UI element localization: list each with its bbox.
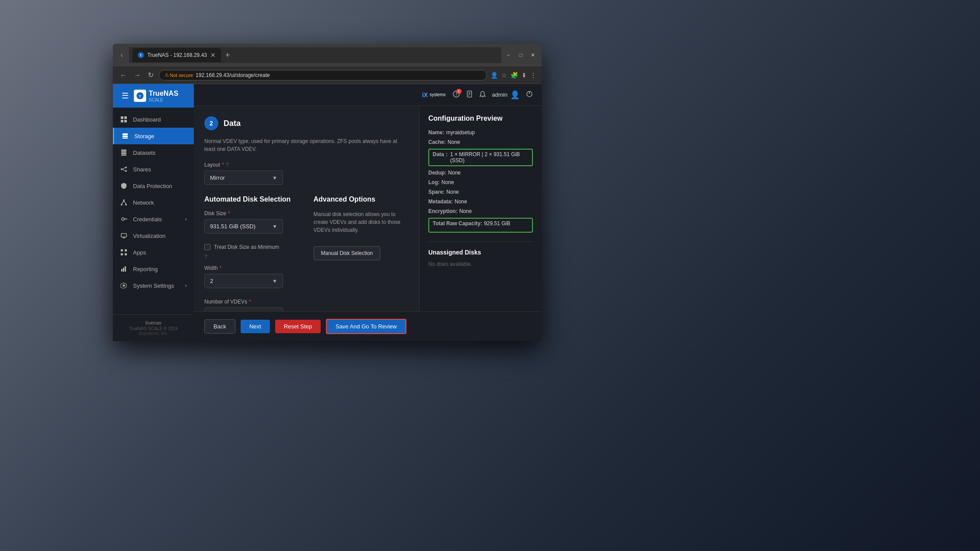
svg-rect-33 [125,253,127,255]
svg-rect-12 [121,155,126,156]
layout-required: * [222,162,224,168]
back-nav-button[interactable]: ← [118,70,129,80]
logo-scale: SCALE [149,98,178,102]
config-total-raw-row: Total Raw Capacity: 929.51 GiB [433,220,528,227]
apps-icon [120,248,128,256]
sidebar-item-datasets[interactable]: Datasets [113,144,194,161]
config-metadata-label: Metadata: [428,199,453,205]
shield-icon [120,182,128,190]
config-data-row: Data : 1 × MIRROR | 2 × 931.51 GiB (SSD) [433,151,528,164]
apps-label: Apps [133,249,146,256]
sidebar-item-data-protection[interactable]: Data Protection [113,178,194,194]
svg-point-13 [121,168,122,170]
advanced-section-title: Advanced Options [314,195,409,203]
next-button[interactable]: Next [241,320,270,333]
treat-disk-checkbox[interactable] [204,244,210,250]
back-button[interactable]: Back [204,319,235,334]
config-total-raw-highlighted: Total Raw Capacity: 929.51 GiB [428,218,533,233]
treat-disk-info-icon[interactable]: ? [204,254,300,260]
config-spare-row: Spare: None [428,189,533,195]
sidebar-item-virtualization[interactable]: Virtualization [113,227,194,244]
tasks-icon[interactable] [466,91,473,99]
reload-button[interactable]: ↻ [146,70,155,80]
sidebar-item-shares[interactable]: Shares [113,161,194,178]
config-spare-value: None [446,189,459,195]
width-select[interactable]: 2 ▼ [204,274,283,288]
profile-icon[interactable]: 👤 [490,72,498,79]
num-vdevs-select[interactable]: 1 ▼ [204,307,283,311]
config-metadata-row: Metadata: None [428,199,533,205]
browser-tab[interactable]: T TrueNAS - 192.168.29.43 ✕ [133,48,221,62]
config-encryption-row: Encryption: None [428,208,533,214]
notifications-icon[interactable] [479,91,486,99]
svg-rect-32 [121,253,123,255]
config-dedup-row: Dedup: None [428,170,533,176]
config-dedup-label: Dedup: [428,170,446,176]
menu-icon[interactable]: ⋮ [530,72,536,79]
sidebar-item-system-settings[interactable]: System Settings › [113,277,194,294]
reporting-icon [120,265,128,273]
hamburger-menu[interactable]: ☰ [120,89,130,102]
minimize-button[interactable]: − [505,52,512,59]
width-arrow: ▼ [272,278,277,284]
config-log-value: None [441,179,454,185]
svg-rect-11 [121,153,126,154]
star-icon[interactable]: ☆ [501,72,507,79]
footer-username: truenas [120,320,187,325]
reporting-label: Reporting [133,266,158,272]
logo-text: TrueNAS [149,90,178,98]
sidebar-item-storage[interactable]: Storage [113,128,194,144]
footer-version: TrueNAS SCALE ® 2024 [120,326,187,331]
svg-rect-6 [122,133,128,135]
svg-point-20 [125,204,127,206]
step-title: Data [224,119,241,128]
num-vdevs-label: Number of VDEVs * [204,299,300,305]
sidebar-item-apps[interactable]: Apps [113,244,194,261]
forward-nav-button[interactable]: → [132,70,143,80]
virtualization-label: Virtualization [133,233,165,239]
disk-size-select[interactable]: 931.51 GiB (SSD) ▼ [204,219,283,234]
new-tab-button[interactable]: + [223,51,233,60]
svg-rect-31 [125,249,127,251]
extensions-icon[interactable]: 🧩 [511,72,518,79]
config-name-label: Name: [428,129,444,136]
close-window-button[interactable]: ✕ [529,52,536,59]
config-dedup-value: None [448,170,461,176]
maximize-button[interactable]: □ [517,52,524,59]
svg-rect-5 [124,120,127,122]
sidebar-item-dashboard[interactable]: Dashboard [113,111,194,128]
svg-rect-2 [121,116,123,119]
power-icon[interactable] [526,91,533,99]
admin-user[interactable]: admin 👤 [492,90,520,100]
sidebar-item-credentials[interactable]: Credentials › [113,211,194,227]
disk-size-arrow: ▼ [272,223,277,230]
tab-close-button[interactable]: ✕ [210,52,216,59]
treat-disk-label: Treat Disk Size as Minimum [214,244,279,250]
svg-point-19 [121,204,122,206]
save-and-review-button[interactable]: Save And Go To Review [326,319,406,334]
manual-disk-button[interactable]: Manual Disk Selection [314,246,381,260]
layout-help-icon[interactable]: ? [226,162,229,168]
config-preview-panel: Configuration Preview Name: myraidsetup … [419,106,542,311]
layout-select[interactable]: Mirror ▼ [204,171,283,185]
disk-size-value: 931.51 GiB (SSD) [210,223,256,230]
unassigned-disks-empty: No disks available. [428,261,533,267]
dashboard-label: Dashboard [133,116,161,123]
advanced-desc: Manual disk selection allows you to crea… [314,210,409,234]
config-data-value: 1 × MIRROR | 2 × 931.51 GiB (SSD) [450,151,528,164]
svg-line-16 [122,167,125,169]
address-bar[interactable]: ⚠ Not secure 192.168.29.43/ui/storage/cr… [159,70,487,80]
config-cache-row: Cache: None [428,139,533,145]
config-preview-title: Configuration Preview [428,115,533,122]
admin-label: admin [492,91,508,98]
svg-rect-27 [121,234,126,237]
system-settings-label: System Settings [133,282,174,289]
reset-step-button[interactable]: Reset Step [275,320,321,333]
sidebar-item-reporting[interactable]: Reporting [113,261,194,277]
width-label: Width * [204,265,300,271]
step-indicator: 2 Data [204,116,409,130]
sidebar-item-network[interactable]: Network [113,194,194,211]
config-spare-label: Spare: [428,189,444,195]
alert-icon[interactable]: ! 1 [453,91,460,99]
download-icon[interactable]: ⬇ [522,72,527,79]
